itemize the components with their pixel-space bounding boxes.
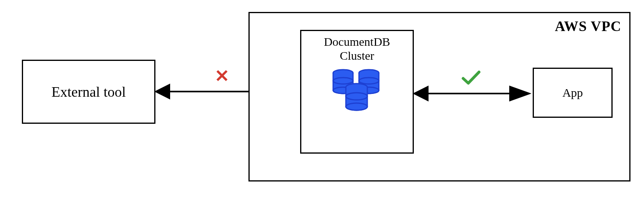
cluster-label-line2: Cluster <box>340 49 374 62</box>
svg-point-9 <box>346 103 367 110</box>
allowed-icon <box>461 70 481 86</box>
blocked-icon: ✕ <box>215 66 229 86</box>
app-label: App <box>563 86 583 100</box>
database-icon <box>325 66 389 117</box>
external-tool-label: External tool <box>52 84 126 100</box>
cluster-label-line1: DocumentDB <box>324 35 390 48</box>
external-tool-box: External tool <box>22 60 155 124</box>
cluster-label: DocumentDB Cluster <box>301 35 413 62</box>
aws-vpc-label: AWS VPC <box>555 18 621 35</box>
documentdb-cluster-box: DocumentDB Cluster <box>300 30 414 154</box>
app-box: App <box>533 68 613 118</box>
